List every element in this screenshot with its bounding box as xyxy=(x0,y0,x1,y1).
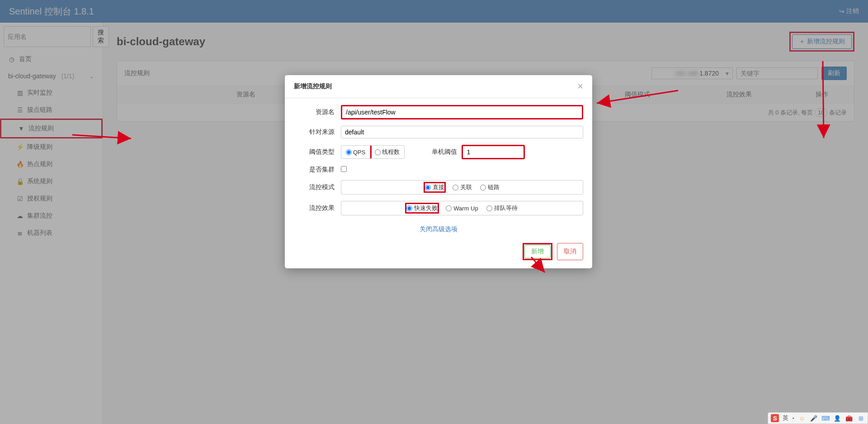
ime-lang[interactable]: 英 xyxy=(783,414,788,422)
behavior-warmup-option[interactable]: Warm Up xyxy=(446,204,478,212)
behavior-queue-radio[interactable] xyxy=(486,205,492,211)
ime-keyboard-icon[interactable]: ⌨ xyxy=(821,414,830,422)
ime-toolbar: S 英 • ☺ 🎤 ⌨ 👤 🧰 ⊞ xyxy=(768,412,868,424)
count-label: 单机阈值 xyxy=(432,148,457,156)
cluster-checkbox[interactable] xyxy=(341,166,347,172)
ime-toolbox-icon[interactable]: 🧰 xyxy=(845,414,853,422)
behavior-radio-group: 快速失败 Warm Up 排队等待 xyxy=(341,201,583,215)
behavior-queue-label: 排队等待 xyxy=(494,204,518,212)
behavior-label: 流控效果 xyxy=(294,204,335,212)
grade-thread-label: 线程数 xyxy=(382,148,400,156)
behavior-warmup-radio[interactable] xyxy=(446,205,452,211)
resource-input[interactable] xyxy=(341,105,583,119)
grade-qps-label: QPS xyxy=(353,149,365,156)
strategy-relate-radio[interactable] xyxy=(453,185,458,191)
strategy-direct-label: 直接 xyxy=(433,183,444,191)
limit-app-label: 针对来源 xyxy=(294,128,335,136)
modal-ok-button[interactable]: 新增 xyxy=(524,245,551,258)
grade-label: 阈值类型 xyxy=(294,148,335,156)
cluster-label: 是否集群 xyxy=(294,166,335,174)
behavior-warmup-label: Warm Up xyxy=(453,205,478,212)
ime-smiley-icon[interactable]: ☺ xyxy=(798,414,806,422)
behavior-fail-label: 快速失败 xyxy=(414,204,438,212)
grade-qps-radio[interactable] xyxy=(346,149,352,155)
strategy-chain-radio[interactable] xyxy=(480,185,486,191)
strategy-relate-option[interactable]: 关联 xyxy=(453,183,472,191)
strategy-chain-label: 链路 xyxy=(488,183,500,191)
add-flow-rule-modal: 新增流控规则 × 资源名 针对来源 阈值类型 QPS 线程数 单机阈值 xyxy=(285,75,592,268)
strategy-direct-option[interactable]: 直接 xyxy=(425,183,444,191)
count-input[interactable] xyxy=(462,145,525,159)
ime-mic-icon[interactable]: 🎤 xyxy=(810,414,818,422)
resource-label: 资源名 xyxy=(294,108,335,116)
modal-title: 新增流控规则 xyxy=(294,82,332,91)
behavior-fail-option[interactable]: 快速失败 xyxy=(406,204,438,212)
behavior-fail-radio[interactable] xyxy=(406,205,412,211)
close-advanced-link[interactable]: 关闭高级选项 xyxy=(294,222,583,235)
grade-qps-option[interactable]: QPS xyxy=(341,146,370,158)
strategy-label: 流控模式 xyxy=(294,183,335,191)
ime-sogou-icon[interactable]: S xyxy=(771,414,779,422)
strategy-radio-group: 直接 关联 链路 xyxy=(341,180,583,195)
strategy-direct-radio[interactable] xyxy=(425,185,431,191)
behavior-queue-option[interactable]: 排队等待 xyxy=(486,204,518,212)
ime-user-icon[interactable]: 👤 xyxy=(833,414,841,422)
grade-thread-option[interactable]: 线程数 xyxy=(370,146,404,158)
ime-grid-icon[interactable]: ⊞ xyxy=(857,414,865,422)
grade-thread-radio[interactable] xyxy=(375,149,381,155)
modal-close-button[interactable]: × xyxy=(577,81,583,91)
limit-app-input[interactable] xyxy=(341,126,583,138)
strategy-relate-label: 关联 xyxy=(460,183,472,191)
strategy-chain-option[interactable]: 链路 xyxy=(480,183,500,191)
grade-radio-group: QPS 线程数 xyxy=(341,145,405,159)
modal-cancel-button[interactable]: 取消 xyxy=(557,243,583,260)
